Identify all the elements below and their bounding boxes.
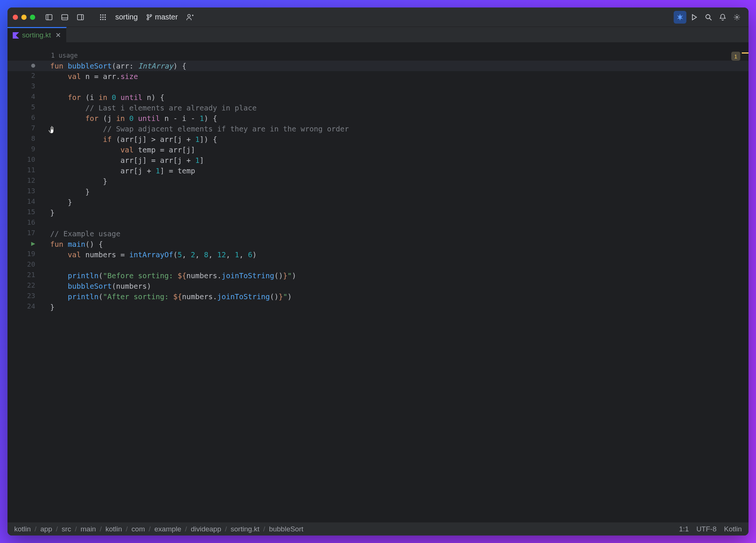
svg-line-22 (710, 18, 711, 20)
breadcrumb-item[interactable]: com (131, 525, 145, 533)
code-line[interactable]: val n = arr.size (50, 71, 749, 82)
gutter-line[interactable]: 3 (7, 81, 41, 91)
code-line[interactable]: val temp = arr[j] (50, 145, 749, 155)
file-encoding[interactable]: UTF-8 (696, 525, 717, 533)
branch-icon (146, 14, 153, 21)
gutter-line[interactable]: 21 (7, 270, 41, 280)
gutter-line[interactable]: 14 (7, 196, 41, 207)
panel-left-icon[interactable] (43, 11, 55, 24)
settings-icon[interactable] (731, 11, 743, 24)
close-tab-icon[interactable]: ✕ (55, 31, 61, 39)
svg-point-9 (100, 16, 101, 18)
breadcrumb-item[interactable]: example (155, 525, 182, 533)
code-line[interactable]: } (50, 186, 749, 197)
ai-assist-icon[interactable] (674, 11, 686, 24)
breadcrumb-separator: / (126, 525, 128, 533)
svg-rect-2 (62, 15, 68, 20)
code-line[interactable] (50, 218, 749, 228)
breadcrumb-item[interactable]: kotlin (106, 525, 122, 533)
gutter-line[interactable]: 16 (7, 217, 41, 228)
search-icon[interactable] (702, 11, 715, 24)
gutter-line[interactable]: 8 (7, 133, 41, 144)
svg-point-8 (104, 14, 106, 16)
gutter-line[interactable]: 23 (7, 291, 41, 301)
gutter-line[interactable]: ▶ (7, 238, 41, 249)
minimize-window[interactable] (21, 15, 27, 20)
gutter-line[interactable]: 17 (7, 228, 41, 238)
file-language[interactable]: Kotlin (724, 525, 742, 533)
gutter-line[interactable]: 5 (7, 102, 41, 112)
problems-badge[interactable]: 1 (731, 52, 740, 61)
breadcrumb-item[interactable]: src (62, 525, 71, 533)
panel-bottom-icon[interactable] (58, 11, 71, 24)
close-window[interactable] (13, 15, 18, 20)
code-area[interactable]: 1 usage fun bubbleSort(arr: IntArray) { … (41, 43, 749, 312)
breadcrumb-item[interactable]: kotlin (14, 525, 31, 533)
code-line[interactable]: arr[j] = arr[j + 1] (50, 155, 749, 166)
breadcrumb-item[interactable]: main (80, 525, 96, 533)
code-line[interactable]: // Example usage (50, 228, 749, 239)
breadcrumbs[interactable]: kotlin/app/src/main/kotlin/com/example/d… (14, 525, 675, 533)
code-line[interactable]: } (50, 302, 749, 312)
svg-point-14 (104, 19, 106, 20)
gutter-line[interactable]: 19 (7, 249, 41, 259)
gutter-line[interactable]: 13 (7, 186, 41, 196)
breadcrumb-item[interactable]: app (40, 525, 52, 533)
gutter-line[interactable]: 12 (7, 175, 41, 186)
tabbar: sorting.kt ✕ (7, 27, 749, 43)
gutter-line[interactable]: 22 (7, 280, 41, 291)
branch-name: master (155, 13, 178, 21)
gutter-line[interactable]: ● (7, 60, 41, 70)
svg-point-6 (100, 14, 101, 16)
gutter-line[interactable]: 6 (7, 112, 41, 123)
gutter-line[interactable]: 7 (7, 123, 41, 133)
panel-right-icon[interactable] (74, 11, 87, 24)
gutter-line[interactable]: 24 (7, 301, 41, 312)
code-line[interactable]: for (i in 0 until n) { (50, 92, 749, 103)
breadcrumb-item[interactable]: divideapp (191, 525, 221, 533)
window-controls (13, 15, 35, 20)
code-line[interactable]: for (j in 0 until n - i - 1) { (50, 113, 749, 124)
breadcrumb-item[interactable]: sorting.kt (231, 525, 259, 533)
gutter-line[interactable]: 4 (7, 91, 41, 102)
usage-hint[interactable]: 1 usage (51, 52, 749, 59)
code-line[interactable]: } (50, 197, 749, 207)
gutter[interactable]: ●234567891011121314151617▶192021222324 (7, 43, 41, 522)
more-apps-icon[interactable] (97, 11, 109, 24)
code-line[interactable]: println("Before sorting: ${numbers.joinT… (50, 270, 749, 281)
vcs-branch[interactable]: master (146, 13, 178, 21)
run-icon[interactable] (688, 11, 701, 24)
svg-point-11 (104, 16, 106, 18)
breadcrumb-separator: / (75, 525, 77, 533)
code-line[interactable]: bubbleSort(numbers) (50, 281, 749, 291)
code-line[interactable]: // Last i elements are already in place (50, 103, 749, 113)
code-line[interactable]: } (50, 176, 749, 186)
notifications-icon[interactable] (716, 11, 729, 24)
code-line[interactable]: fun main() { (50, 239, 749, 249)
code-line[interactable] (50, 82, 749, 92)
code-editor[interactable]: ●234567891011121314151617▶192021222324 1… (7, 43, 749, 522)
gutter-line[interactable]: 2 (7, 70, 41, 81)
code-line[interactable]: println("After sorting: ${numbers.joinTo… (50, 291, 749, 302)
gutter-line[interactable]: 9 (7, 144, 41, 154)
project-name[interactable]: sorting (115, 13, 138, 21)
code-line[interactable]: fun bubbleSort(arr: IntArray) { (7, 61, 749, 71)
code-line[interactable]: arr[j + 1] = temp (50, 166, 749, 176)
code-line[interactable]: if (arr[j] > arr[j + 1]) { (50, 134, 749, 145)
code-line[interactable]: val numbers = intArrayOf(5, 2, 8, 12, 1,… (50, 249, 749, 260)
gutter-line[interactable]: 20 (7, 259, 41, 270)
svg-point-7 (102, 14, 104, 16)
code-line[interactable]: // Swap adjacent elements if they are in… (50, 124, 749, 134)
breadcrumb-item[interactable]: bubbleSort (269, 525, 304, 533)
svg-rect-4 (77, 15, 83, 20)
zoom-window[interactable] (30, 15, 35, 20)
gutter-line[interactable]: 15 (7, 207, 41, 217)
gutter-line[interactable]: 11 (7, 165, 41, 175)
code-line[interactable]: } (50, 207, 749, 218)
add-user-icon[interactable] (184, 11, 196, 24)
breadcrumb-separator: / (263, 525, 265, 533)
gutter-line[interactable]: 10 (7, 154, 41, 165)
tab-sorting-kt[interactable]: sorting.kt ✕ (7, 27, 67, 42)
code-line[interactable] (50, 260, 749, 270)
cursor-position[interactable]: 1:1 (679, 525, 689, 533)
